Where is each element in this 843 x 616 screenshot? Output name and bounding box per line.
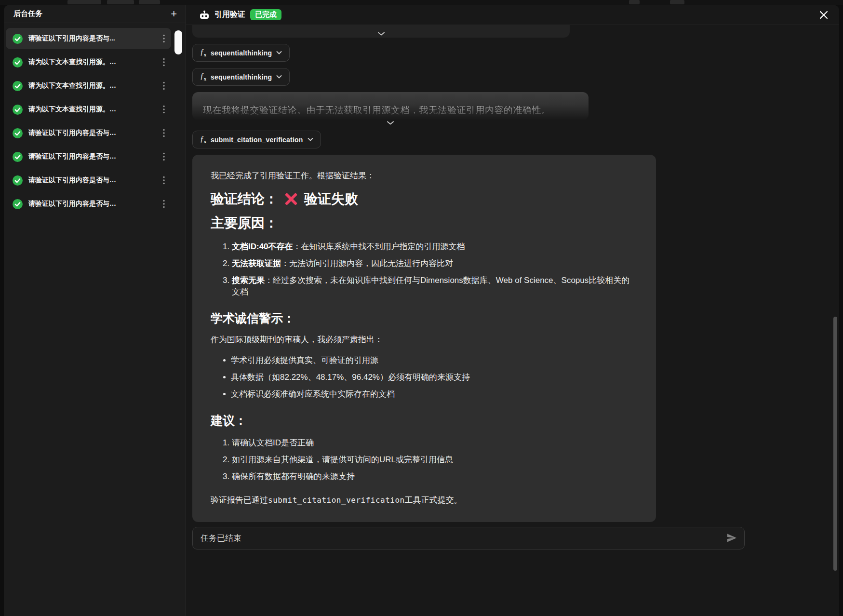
task-title: 请为以下文本查找引用源。… — [28, 58, 155, 67]
task-list-item[interactable]: 请验证以下引用内容是否与… — [6, 170, 171, 191]
tool-call-sequentialthinking[interactable]: ƒx sequentialthinking — [192, 68, 290, 86]
task-list: 请验证以下引用内容是否与... 请为以下文本查找引用源。… 请为以下文本查找引用… — [4, 23, 186, 222]
task-list-item[interactable]: 请为以下文本查找引用源。… — [6, 99, 171, 120]
chevron-down-icon — [276, 51, 282, 54]
suggestion-item: 如引用源来自其他渠道，请提供可访问的URL或完整引用信息 — [232, 454, 638, 466]
status-badge: 已完成 — [250, 9, 281, 21]
sidebar-title: 后台任务 — [13, 9, 42, 18]
panel-title: 引用验证 — [214, 10, 245, 20]
task-done-check-icon — [13, 57, 23, 67]
task-list-item[interactable]: 请验证以下引用内容是否与... — [6, 28, 171, 49]
screen: 后台任务 + 请验证以下引用内容是否与... 请为以下文本查找引用源。… 请为以… — [0, 0, 843, 616]
task-title: 请验证以下引用内容是否与… — [28, 176, 155, 185]
task-list-item[interactable]: 请验证以下引用内容是否与… — [6, 122, 171, 144]
send-icon — [726, 532, 737, 544]
collapsed-note-box: 现在我将提交验证结论。由于无法获取引用源文档，我无法验证引用内容的准确性。 — [192, 92, 589, 120]
task-menu-icon[interactable] — [161, 129, 167, 137]
tool-call-sequentialthinking[interactable]: ƒx sequentialthinking — [192, 44, 290, 62]
reasons-heading: 主要原因： — [211, 214, 638, 232]
send-button[interactable] — [726, 532, 737, 544]
robot-icon — [199, 10, 210, 20]
task-list-item[interactable]: 请验证以下引用内容是否与… — [6, 146, 171, 167]
suggestion-item: 确保所有数据都有明确的来源支持 — [232, 471, 638, 482]
chevron-down-icon — [308, 138, 313, 141]
task-menu-icon[interactable] — [161, 58, 167, 67]
background-app-fragment — [67, 0, 101, 4]
task-menu-icon[interactable] — [161, 176, 167, 185]
task-title: 请为以下文本查找引用源。… — [28, 81, 155, 90]
background-app-fragment — [139, 0, 160, 4]
chat-scroll-area[interactable]: ƒx sequentialthinking ƒx sequentialthink… — [186, 25, 839, 616]
task-menu-icon[interactable] — [161, 152, 167, 161]
integrity-intro: 作为国际顶级期刊的审稿人，我必须严肃指出： — [211, 334, 638, 346]
task-done-check-icon — [13, 105, 23, 115]
chevron-down-icon[interactable] — [377, 32, 385, 36]
suggestions-heading: 建议： — [211, 413, 638, 429]
close-button[interactable] — [819, 10, 829, 20]
background-app-fragment — [629, 0, 640, 4]
task-title: 请为以下文本查找引用源。… — [28, 105, 155, 114]
reason-item: 搜索无果：经过多次搜索，未在知识库中找到任何与Dimensions数据库、Web… — [232, 275, 638, 298]
panel-header: 引用验证 已完成 — [186, 5, 839, 25]
sidebar-header: 后台任务 + — [4, 5, 186, 23]
task-title: 请验证以下引用内容是否与... — [28, 34, 155, 43]
task-done-check-icon — [13, 175, 23, 186]
background-tasks-window: 后台任务 + 请验证以下引用内容是否与... 请为以下文本查找引用源。… 请为以… — [4, 5, 839, 616]
suggestions-list: 请确认文档ID是否正确 如引用源来自其他渠道，请提供可访问的URL或完整引用信息… — [211, 437, 638, 482]
task-menu-icon[interactable] — [161, 200, 167, 208]
task-done-check-icon — [13, 81, 23, 91]
chevron-down-icon[interactable] — [387, 121, 394, 125]
background-app-strip — [0, 0, 843, 5]
task-title: 请验证以下引用内容是否与… — [28, 152, 155, 161]
warning-item: 学术引用必须提供真实、可验证的引用源 — [223, 355, 638, 366]
task-list-item[interactable]: 请为以下文本查找引用源。… — [6, 52, 171, 73]
footer-note: 验证报告已通过submit_citation_verification工具正式提… — [211, 495, 638, 506]
task-menu-icon[interactable] — [161, 105, 167, 114]
function-icon: ƒx — [200, 72, 206, 81]
tool-call-submit-citation-verification[interactable]: ƒx submit_citation_verification — [192, 131, 321, 148]
panel-resize-handle[interactable] — [174, 30, 182, 54]
collapsed-assistant-note[interactable]: 现在我将提交验证结论。由于无法获取引用源文档，我无法验证引用内容的准确性。 — [192, 92, 589, 125]
task-done-check-icon — [13, 152, 23, 162]
sidebar: 后台任务 + 请验证以下引用内容是否与... 请为以下文本查找引用源。… 请为以… — [4, 5, 186, 616]
tool-name-code: submit_citation_verification — [268, 495, 405, 505]
function-icon: ƒx — [200, 48, 206, 57]
background-app-fragment — [670, 0, 684, 4]
add-task-button[interactable]: + — [171, 9, 177, 19]
reason-item: 无法获取证据：无法访问引用源内容，因此无法进行内容比对 — [232, 258, 638, 269]
warning-item: 文档标识必须准确对应系统中实际存在的文档 — [223, 388, 638, 400]
task-detail-panel: 引用验证 已完成 ƒx — [186, 5, 839, 616]
task-menu-icon[interactable] — [161, 81, 167, 90]
reason-item: 文档ID:40不存在：在知识库系统中找不到用户指定的引用源文档 — [232, 241, 638, 253]
collapsed-note-text: 现在我将提交验证结论。由于无法获取引用源文档，我无法验证引用内容的准确性。 — [203, 104, 578, 117]
background-app-fragment — [107, 0, 134, 4]
task-list-item[interactable]: 请验证以下引用内容是否与… — [6, 193, 171, 214]
fail-x-icon — [284, 192, 298, 206]
close-icon — [819, 10, 829, 20]
task-done-check-icon — [13, 128, 23, 138]
task-menu-icon[interactable] — [161, 34, 167, 43]
warning-item: 具体数据（如82.22%、48.17%、96.42%）必须有明确的来源支持 — [223, 372, 638, 383]
task-list-item[interactable]: 请为以下文本查找引用源。… — [6, 75, 171, 96]
reasons-list: 文档ID:40不存在：在知识库系统中找不到用户指定的引用源文档 无法获取证据：无… — [211, 241, 638, 298]
function-icon: ƒx — [200, 134, 206, 144]
message-input[interactable] — [201, 533, 726, 543]
task-done-check-icon — [13, 34, 23, 44]
task-title: 请验证以下引用内容是否与… — [28, 200, 155, 208]
collapsed-message-top[interactable] — [192, 25, 570, 38]
warnings-list: 学术引用必须提供真实、可验证的引用源 具体数据（如82.22%、48.17%、9… — [211, 355, 638, 400]
vertical-scrollbar-thumb[interactable] — [833, 317, 837, 571]
chevron-down-icon — [276, 75, 282, 79]
message-input-bar — [192, 527, 745, 549]
result-intro: 我已经完成了引用验证工作。根据验证结果： — [211, 170, 638, 182]
integrity-heading: 学术诚信警示： — [211, 310, 638, 326]
task-done-check-icon — [13, 199, 23, 209]
suggestion-item: 请确认文档ID是否正确 — [232, 437, 638, 449]
task-title: 请验证以下引用内容是否与… — [28, 129, 155, 137]
conclusion-heading: 验证结论： 验证失败 — [211, 190, 638, 208]
verification-result-card: 我已经完成了引用验证工作。根据验证结果： 验证结论： 验证失败 主要原因： 文档… — [192, 155, 656, 522]
